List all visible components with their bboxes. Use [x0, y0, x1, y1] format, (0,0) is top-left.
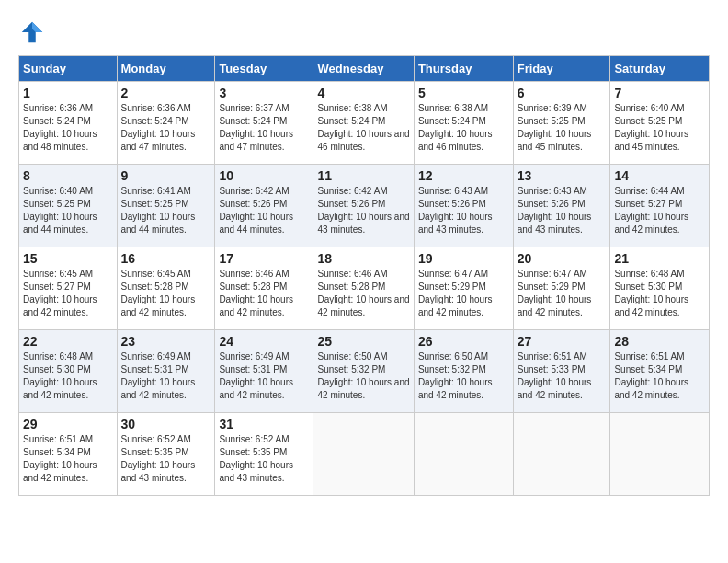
day-number: 7	[614, 86, 705, 100]
week-row-5: 29Sunrise: 6:51 AMSunset: 5:34 PMDayligh…	[19, 413, 710, 496]
day-number: 2	[121, 86, 211, 100]
day-info: Sunrise: 6:50 AMSunset: 5:32 PMDaylight:…	[317, 351, 409, 400]
week-row-3: 15Sunrise: 6:45 AMSunset: 5:27 PMDayligh…	[19, 247, 710, 330]
day-cell: 1Sunrise: 6:36 AMSunset: 5:24 PMDaylight…	[19, 82, 118, 165]
day-info: Sunrise: 6:50 AMSunset: 5:32 PMDaylight:…	[418, 351, 493, 400]
header-sunday: Sunday	[19, 56, 118, 82]
day-cell: 10Sunrise: 6:42 AMSunset: 5:26 PMDayligh…	[215, 165, 313, 247]
day-cell: 2Sunrise: 6:36 AMSunset: 5:24 PMDaylight…	[117, 82, 215, 165]
day-cell: 22Sunrise: 6:48 AMSunset: 5:30 PMDayligh…	[19, 330, 118, 413]
day-info: Sunrise: 6:36 AMSunset: 5:24 PMDaylight:…	[121, 103, 196, 152]
day-cell: 3Sunrise: 6:37 AMSunset: 5:24 PMDaylight…	[215, 82, 313, 165]
day-cell: 11Sunrise: 6:42 AMSunset: 5:26 PMDayligh…	[313, 165, 414, 247]
day-cell: 16Sunrise: 6:45 AMSunset: 5:28 PMDayligh…	[117, 247, 215, 330]
day-info: Sunrise: 6:52 AMSunset: 5:35 PMDaylight:…	[121, 434, 196, 483]
header-friday: Friday	[513, 56, 610, 82]
header-wednesday: Wednesday	[313, 56, 414, 82]
day-cell	[414, 413, 513, 496]
day-cell: 23Sunrise: 6:49 AMSunset: 5:31 PMDayligh…	[117, 330, 215, 413]
day-info: Sunrise: 6:42 AMSunset: 5:26 PMDaylight:…	[219, 186, 293, 235]
day-cell: 15Sunrise: 6:45 AMSunset: 5:27 PMDayligh…	[19, 247, 118, 330]
day-number: 5	[418, 86, 509, 100]
day-cell: 27Sunrise: 6:51 AMSunset: 5:33 PMDayligh…	[513, 330, 610, 413]
day-info: Sunrise: 6:43 AMSunset: 5:26 PMDaylight:…	[518, 186, 592, 235]
day-number: 16	[121, 251, 211, 266]
day-number: 29	[23, 417, 113, 431]
day-number: 9	[121, 168, 211, 183]
day-number: 10	[219, 168, 309, 183]
day-number: 26	[418, 334, 509, 349]
day-info: Sunrise: 6:36 AMSunset: 5:24 PMDaylight:…	[23, 103, 97, 152]
day-info: Sunrise: 6:40 AMSunset: 5:25 PMDaylight:…	[23, 186, 97, 235]
day-info: Sunrise: 6:40 AMSunset: 5:25 PMDaylight:…	[614, 103, 688, 152]
day-number: 6	[518, 86, 607, 100]
day-info: Sunrise: 6:51 AMSunset: 5:34 PMDaylight:…	[23, 434, 97, 483]
day-cell	[313, 413, 414, 496]
calendar-table: SundayMondayTuesdayWednesdayThursdayFrid…	[18, 55, 710, 496]
logo-icon	[18, 18, 46, 46]
day-info: Sunrise: 6:37 AMSunset: 5:24 PMDaylight:…	[219, 103, 293, 152]
page-header	[18, 18, 710, 46]
day-number: 17	[219, 251, 309, 266]
day-info: Sunrise: 6:52 AMSunset: 5:35 PMDaylight:…	[219, 434, 293, 483]
day-number: 11	[317, 168, 409, 183]
day-number: 1	[23, 86, 113, 100]
day-cell: 18Sunrise: 6:46 AMSunset: 5:28 PMDayligh…	[313, 247, 414, 330]
day-number: 3	[219, 86, 309, 100]
day-number: 13	[518, 168, 607, 183]
day-cell: 8Sunrise: 6:40 AMSunset: 5:25 PMDaylight…	[19, 165, 118, 247]
day-cell: 20Sunrise: 6:47 AMSunset: 5:29 PMDayligh…	[513, 247, 610, 330]
day-number: 21	[614, 251, 705, 266]
day-number: 4	[317, 86, 409, 100]
day-number: 19	[418, 251, 509, 266]
day-number: 28	[614, 334, 705, 349]
day-number: 24	[219, 334, 309, 349]
day-info: Sunrise: 6:51 AMSunset: 5:33 PMDaylight:…	[518, 351, 592, 400]
day-cell: 9Sunrise: 6:41 AMSunset: 5:25 PMDaylight…	[117, 165, 215, 247]
day-info: Sunrise: 6:49 AMSunset: 5:31 PMDaylight:…	[121, 351, 196, 400]
day-info: Sunrise: 6:48 AMSunset: 5:30 PMDaylight:…	[614, 269, 688, 317]
day-cell: 21Sunrise: 6:48 AMSunset: 5:30 PMDayligh…	[610, 247, 710, 330]
day-cell: 14Sunrise: 6:44 AMSunset: 5:27 PMDayligh…	[610, 165, 710, 247]
day-number: 8	[23, 168, 113, 183]
day-cell: 7Sunrise: 6:40 AMSunset: 5:25 PMDaylight…	[610, 82, 710, 165]
day-number: 30	[121, 417, 211, 431]
day-info: Sunrise: 6:38 AMSunset: 5:24 PMDaylight:…	[317, 103, 409, 152]
day-info: Sunrise: 6:43 AMSunset: 5:26 PMDaylight:…	[418, 186, 493, 235]
day-cell: 25Sunrise: 6:50 AMSunset: 5:32 PMDayligh…	[313, 330, 414, 413]
day-info: Sunrise: 6:47 AMSunset: 5:29 PMDaylight:…	[518, 269, 592, 317]
header-monday: Monday	[117, 56, 215, 82]
day-cell: 5Sunrise: 6:38 AMSunset: 5:24 PMDaylight…	[414, 82, 513, 165]
day-number: 23	[121, 334, 211, 349]
day-info: Sunrise: 6:42 AMSunset: 5:26 PMDaylight:…	[317, 186, 409, 235]
day-number: 18	[317, 251, 409, 266]
day-info: Sunrise: 6:51 AMSunset: 5:34 PMDaylight:…	[614, 351, 688, 400]
header-thursday: Thursday	[414, 56, 513, 82]
day-cell: 13Sunrise: 6:43 AMSunset: 5:26 PMDayligh…	[513, 165, 610, 247]
day-number: 15	[23, 251, 113, 266]
day-number: 12	[418, 168, 509, 183]
day-info: Sunrise: 6:46 AMSunset: 5:28 PMDaylight:…	[219, 269, 293, 317]
week-row-4: 22Sunrise: 6:48 AMSunset: 5:30 PMDayligh…	[19, 330, 710, 413]
day-cell: 29Sunrise: 6:51 AMSunset: 5:34 PMDayligh…	[19, 413, 118, 496]
day-number: 27	[518, 334, 607, 349]
day-cell: 4Sunrise: 6:38 AMSunset: 5:24 PMDaylight…	[313, 82, 414, 165]
day-cell: 24Sunrise: 6:49 AMSunset: 5:31 PMDayligh…	[215, 330, 313, 413]
day-info: Sunrise: 6:45 AMSunset: 5:27 PMDaylight:…	[23, 269, 97, 317]
day-cell	[610, 413, 710, 496]
day-cell: 30Sunrise: 6:52 AMSunset: 5:35 PMDayligh…	[117, 413, 215, 496]
day-info: Sunrise: 6:39 AMSunset: 5:25 PMDaylight:…	[518, 103, 592, 152]
day-info: Sunrise: 6:38 AMSunset: 5:24 PMDaylight:…	[418, 103, 493, 152]
week-row-1: 1Sunrise: 6:36 AMSunset: 5:24 PMDaylight…	[19, 82, 710, 165]
day-cell: 19Sunrise: 6:47 AMSunset: 5:29 PMDayligh…	[414, 247, 513, 330]
day-cell: 17Sunrise: 6:46 AMSunset: 5:28 PMDayligh…	[215, 247, 313, 330]
day-info: Sunrise: 6:41 AMSunset: 5:25 PMDaylight:…	[121, 186, 196, 235]
day-info: Sunrise: 6:46 AMSunset: 5:28 PMDaylight:…	[317, 269, 409, 317]
day-cell: 28Sunrise: 6:51 AMSunset: 5:34 PMDayligh…	[610, 330, 710, 413]
day-number: 22	[23, 334, 113, 349]
day-info: Sunrise: 6:44 AMSunset: 5:27 PMDaylight:…	[614, 186, 688, 235]
header-row: SundayMondayTuesdayWednesdayThursdayFrid…	[19, 56, 710, 82]
day-cell: 26Sunrise: 6:50 AMSunset: 5:32 PMDayligh…	[414, 330, 513, 413]
logo	[18, 18, 50, 46]
day-info: Sunrise: 6:47 AMSunset: 5:29 PMDaylight:…	[418, 269, 493, 317]
